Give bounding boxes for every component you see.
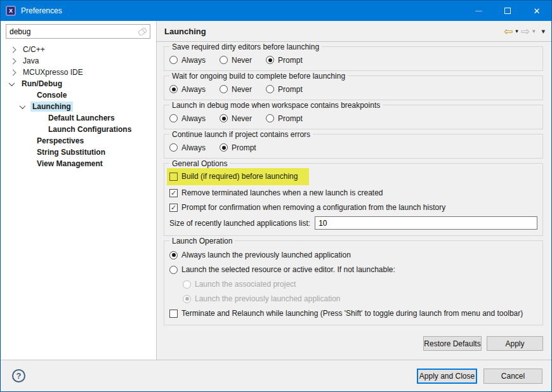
- radio-prompt[interactable]: Prompt: [266, 85, 303, 94]
- group-wait-for-build: Wait for ongoing build to complete befor…: [164, 75, 543, 100]
- checkbox-label: Remove terminated launches when a new la…: [181, 188, 383, 197]
- radio-label: Always: [181, 143, 206, 152]
- radio-prompt[interactable]: Prompt: [220, 143, 256, 152]
- row-recent-list-size: Size of recently launched applications l…: [169, 216, 537, 230]
- radio-icon[interactable]: [266, 85, 274, 93]
- clear-filter-icon[interactable]: [138, 27, 147, 36]
- radio-always-launch-previous[interactable]: Always launch the previously launched ap…: [169, 249, 537, 261]
- tree-item-label[interactable]: Perspectives: [35, 136, 86, 146]
- maximize-button[interactable]: [493, 1, 522, 21]
- radio-label: Always: [181, 114, 206, 123]
- tree-item-label[interactable]: Launch Configurations: [46, 124, 133, 134]
- radio-never[interactable]: Never: [220, 56, 252, 65]
- help-icon[interactable]: ?: [12, 369, 25, 382]
- radio-always[interactable]: Always: [169, 143, 206, 152]
- tree-item-view-management[interactable]: View Management: [1, 158, 156, 169]
- maximize-icon: [504, 8, 511, 14]
- tree-indent-spacer: [32, 116, 36, 121]
- page-content: Save required dirty editors before launc…: [157, 42, 551, 360]
- group-legend: Continue launch if project contains erro…: [169, 130, 313, 139]
- restore-defaults-button[interactable]: Restore Defaults: [423, 336, 482, 351]
- radio-prompt[interactable]: Prompt: [266, 56, 303, 65]
- tree-item-java[interactable]: Java: [1, 55, 156, 67]
- tree-item-label[interactable]: Run/Debug: [20, 79, 64, 89]
- radio-icon[interactable]: [220, 56, 228, 64]
- radio-prompt[interactable]: Prompt: [266, 114, 303, 123]
- radio-icon[interactable]: [169, 251, 178, 259]
- filter-searchbox[interactable]: [6, 24, 150, 39]
- radio-icon[interactable]: [169, 85, 178, 93]
- radio-icon[interactable]: [266, 56, 274, 64]
- radio-icon: [183, 280, 191, 289]
- tree-item-label[interactable]: String Substitution: [35, 147, 107, 157]
- tree-item-c-cpp[interactable]: C/C++: [1, 44, 156, 55]
- radio-label: Prompt: [278, 85, 303, 94]
- radio-label: Never: [232, 114, 252, 123]
- radio-label: Never: [232, 56, 252, 65]
- tree-item-string-substitution[interactable]: String Substitution: [1, 147, 156, 158]
- radio-label: Launch the associated project: [195, 280, 296, 289]
- chevron-down-icon[interactable]: [9, 80, 15, 86]
- tree-item-console[interactable]: Console: [1, 89, 156, 101]
- tree-item-run-debug[interactable]: Run/Debug: [1, 78, 156, 89]
- radio-label: Prompt: [232, 143, 256, 152]
- search-input[interactable]: [10, 27, 138, 36]
- tree-item-launch-configurations[interactable]: Launch Configurations: [1, 124, 156, 135]
- tree-item-label[interactable]: C/C++: [21, 44, 47, 55]
- radio-icon[interactable]: [220, 143, 228, 152]
- recent-list-size-input[interactable]: [315, 216, 537, 230]
- view-menu-icon[interactable]: ▾: [541, 28, 545, 35]
- group-legend: Launch Operation: [169, 237, 235, 245]
- checkbox-terminate-relaunch-row[interactable]: Terminate and Relaunch while launching (…: [169, 308, 537, 319]
- titlebar: X Preferences ✕: [1, 1, 551, 21]
- dialog-footer: ? Apply and Close Cancel: [1, 360, 551, 391]
- radio-icon[interactable]: [169, 56, 178, 64]
- tree-item-label[interactable]: Console: [35, 90, 69, 100]
- tree-item-label[interactable]: View Management: [35, 159, 105, 169]
- radio-icon[interactable]: [169, 114, 178, 122]
- tree-item-label[interactable]: Java: [21, 56, 41, 66]
- radio-label: Never: [232, 85, 252, 94]
- radio-icon[interactable]: [169, 143, 178, 152]
- chevron-down-icon[interactable]: [20, 103, 26, 109]
- page-title: Launching: [164, 27, 206, 36]
- radio-icon[interactable]: [169, 266, 178, 274]
- checkbox-terminate-relaunch[interactable]: [169, 310, 178, 318]
- tree-item-default-launchers[interactable]: Default Launchers: [1, 112, 156, 124]
- back-history-dropdown-icon[interactable]: ▾: [515, 29, 518, 34]
- chevron-right-icon[interactable]: [10, 58, 16, 64]
- radio-always[interactable]: Always: [169, 85, 206, 94]
- radio-never[interactable]: Never: [220, 85, 252, 94]
- close-button[interactable]: ✕: [522, 1, 551, 21]
- minimize-icon: [475, 11, 482, 11]
- radio-always[interactable]: Always: [169, 56, 206, 65]
- chevron-right-icon[interactable]: [10, 46, 16, 53]
- tree-item-launching[interactable]: Launching: [1, 101, 156, 112]
- forward-history-dropdown-icon[interactable]: ▾: [532, 29, 536, 34]
- minimize-button[interactable]: [464, 1, 493, 21]
- checkbox-prompt-confirmation[interactable]: ✓: [169, 204, 178, 212]
- radio-icon[interactable]: [266, 114, 274, 122]
- radio-icon[interactable]: [220, 85, 228, 93]
- checkbox-remove-terminated[interactable]: ✓: [169, 189, 178, 197]
- radio-launch-selected-resource[interactable]: Launch the selected resource or active e…: [169, 264, 537, 275]
- radio-always[interactable]: Always: [169, 114, 206, 123]
- apply-and-close-button[interactable]: Apply and Close: [417, 369, 477, 384]
- apply-button[interactable]: Apply: [487, 336, 543, 351]
- cancel-button[interactable]: Cancel: [483, 369, 542, 384]
- checkbox-build-before-launch[interactable]: [169, 173, 178, 181]
- preferences-dialog: X Preferences ✕ C/C++ Java: [0, 0, 552, 392]
- eclipse-app-icon: X: [6, 6, 16, 16]
- tree-item-label[interactable]: Launching: [30, 101, 73, 112]
- annotation-highlight: Build (if required) before launching: [167, 168, 309, 185]
- tree-item-label[interactable]: Default Launchers: [46, 113, 117, 123]
- radio-never[interactable]: Never: [220, 114, 252, 123]
- tree-item-mcuxpresso-ide[interactable]: MCUXpresso IDE: [1, 67, 156, 78]
- tree-item-label[interactable]: MCUXpresso IDE: [21, 67, 85, 77]
- radio-icon[interactable]: [220, 114, 228, 122]
- forward-arrow-icon[interactable]: ⇨: [521, 26, 530, 37]
- chevron-right-icon[interactable]: [10, 69, 16, 75]
- radio-label: Prompt: [278, 56, 303, 65]
- back-arrow-icon[interactable]: ⇦: [504, 26, 513, 37]
- tree-item-perspectives[interactable]: Perspectives: [1, 135, 156, 147]
